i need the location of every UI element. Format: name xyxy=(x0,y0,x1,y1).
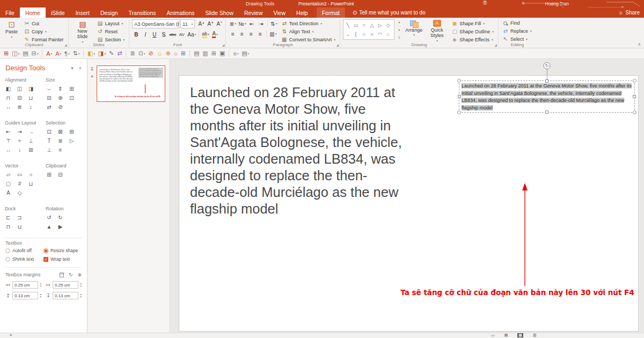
slideshow-view-icon[interactable]: ▥ xyxy=(533,333,537,337)
font-size-select[interactable]: 11 ▾ xyxy=(180,19,195,28)
bullets-button[interactable]: ≣▾ xyxy=(229,19,237,28)
tab-format[interactable]: Format xyxy=(317,8,345,18)
align-bottom-icon[interactable]: ⊔ xyxy=(27,94,34,101)
resize-handle-top-right[interactable] xyxy=(633,79,636,83)
panel-close-icon[interactable]: × xyxy=(79,65,82,71)
resize-handle-middle-right[interactable] xyxy=(633,95,636,98)
guide-left-icon[interactable]: ⇤ xyxy=(5,128,12,135)
eyedropper-icon[interactable]: ✎ xyxy=(108,49,115,58)
panel-dropdown-icon[interactable]: ▾ xyxy=(71,65,74,71)
table-cells-icon[interactable]: ⊞ xyxy=(210,49,217,58)
decrease-size-icon[interactable]: ⊟ xyxy=(46,94,53,101)
tab-view[interactable]: View xyxy=(268,8,291,18)
tab-file[interactable]: File xyxy=(0,8,20,18)
text-library-icon[interactable]: ▤ xyxy=(21,49,29,58)
table-cols-icon[interactable]: ▥ xyxy=(201,49,209,58)
select-button[interactable]: ↖ Select ▾ xyxy=(501,35,533,42)
distribute-vertical-icon[interactable]: ↕ xyxy=(27,104,34,110)
annotation-text[interactable]: Ta sẽ tăng cỡ chữ của đoạn văn bản này l… xyxy=(313,288,644,297)
red-arrow-annotation[interactable] xyxy=(516,181,533,288)
merge-cells-icon[interactable]: ▣ xyxy=(218,49,226,58)
right-margin-stepper[interactable]: ▴▾ xyxy=(80,282,82,288)
refresh-icon[interactable]: ↻ xyxy=(69,272,73,277)
share-button[interactable]: ☺ Share xyxy=(618,8,640,18)
copy-button[interactable]: ⊡ Copy ▾ xyxy=(23,28,65,35)
align-top-icon[interactable]: ⊓ xyxy=(5,94,12,101)
select-all-shapes-icon[interactable]: ⊡ xyxy=(46,128,53,135)
bold-button[interactable]: B xyxy=(132,30,140,39)
insert-shape-icon[interactable]: ⊕ xyxy=(165,49,172,58)
slide-sorter-view-icon[interactable]: ▤ xyxy=(504,333,508,337)
reading-view-icon[interactable]: ▦ xyxy=(517,333,523,337)
replace-button[interactable]: ⇄ Replace ▾ xyxy=(501,27,533,34)
align-middle-icon[interactable]: ⊟ xyxy=(16,94,23,101)
tab-review[interactable]: Review xyxy=(239,8,268,18)
dialog-launcher-icon[interactable]: ◢ xyxy=(222,43,225,47)
wrap-text-checkbox[interactable]: ✓Wrap text xyxy=(43,256,82,262)
guide-move-icon[interactable]: → xyxy=(27,128,34,135)
tab-islide[interactable]: iSlide xyxy=(46,8,70,18)
apply-all-icon[interactable]: ⊕ xyxy=(77,272,82,277)
flip-horizontal-icon[interactable]: ▶ xyxy=(57,223,64,230)
bottom-margin-input[interactable]: 0.13 cm xyxy=(53,292,78,299)
resize-handle-bottom-center[interactable] xyxy=(545,111,548,114)
slide-1-thumbnail[interactable]: Launched on 28 February 2011 at the Gene… xyxy=(97,65,165,102)
arrow-shape-icon[interactable]: → xyxy=(345,31,351,38)
slide-body-text[interactable]: Launched on 28 February 2011 at the Gene… xyxy=(190,84,407,217)
change-case-button[interactable]: Aa▾ xyxy=(187,30,196,39)
dialog-launcher-icon[interactable]: ◢ xyxy=(336,43,339,47)
columns-button[interactable]: ▥▾ xyxy=(269,30,277,38)
layout-options-icon[interactable]: ▤▾ xyxy=(240,49,250,58)
magic-layout-icon[interactable]: ⊡▾ xyxy=(137,49,147,58)
ellipse-shape-icon[interactable]: ○ xyxy=(361,21,367,29)
spin-down-icon[interactable]: ▾ xyxy=(40,296,41,298)
highlight-ring-icon[interactable]: ○ xyxy=(173,49,179,58)
increase-indent-button[interactable]: ⇥ xyxy=(257,19,265,28)
dock-right-icon[interactable]: ⊐ xyxy=(16,214,23,221)
align-center-button[interactable]: ≡ xyxy=(238,30,246,38)
resize-handle-bottom-left[interactable] xyxy=(457,111,461,114)
line-spacing-button[interactable]: ⇅▾ xyxy=(270,19,278,28)
layout-button[interactable]: ▤ Layout ▾ xyxy=(96,20,126,27)
edit-points-icon[interactable]: ◇ xyxy=(16,189,23,196)
distribute-horizontal-icon[interactable]: ↔ xyxy=(5,104,12,110)
selection-options-icon[interactable]: ≡ xyxy=(57,146,64,153)
left-margin-stepper[interactable]: ▴▾ xyxy=(40,282,41,288)
right-triangle-shape-icon[interactable]: ▷ xyxy=(377,21,383,29)
selected-textbox[interactable]: ↻ Launched on 28 February 2011 at the Ge… xyxy=(459,80,635,113)
text-to-shape-icon[interactable]: A xyxy=(5,189,12,196)
resize-shape-radio[interactable]: Resize shape xyxy=(43,248,82,253)
select-list-icon[interactable]: ≣ xyxy=(57,137,64,144)
trash-icon[interactable] xyxy=(60,273,64,277)
font-color-button[interactable]: A▾ xyxy=(211,30,219,39)
dock-left-icon[interactable]: ⊏ xyxy=(5,214,12,221)
shape-fill-button[interactable]: ◼ Shape Fill ▾ xyxy=(450,20,495,27)
dialog-launcher-icon[interactable]: ◢ xyxy=(494,43,497,47)
guide-grid-icon[interactable]: ⊞ xyxy=(27,146,34,153)
top-margin-input[interactable]: 0.13 cm xyxy=(12,292,38,299)
collapse-ribbon-icon[interactable]: ∧ xyxy=(638,42,641,47)
right-margin-input[interactable]: 0.25 cm xyxy=(53,281,78,289)
tab-design[interactable]: Design xyxy=(95,8,123,18)
decrease-indent-button[interactable]: ⇤ xyxy=(248,19,256,28)
subtract-shape-icon[interactable]: ▢ xyxy=(5,180,12,187)
tab-transitions[interactable]: Transitions xyxy=(123,8,162,18)
font-set-icon[interactable]: A▾ xyxy=(45,49,53,58)
tell-me-box[interactable]: ⊙ Tell me what you want to do xyxy=(353,8,426,18)
tab-animations[interactable]: Animations xyxy=(162,8,200,18)
guide-bottom-icon[interactable]: ⊥ xyxy=(27,137,34,144)
align-right-button[interactable]: ≡ xyxy=(247,30,255,38)
font-name-select[interactable]: A3.OpenSans-San (Bo ▾ xyxy=(132,19,179,28)
same-height-icon[interactable]: ⇕ xyxy=(57,85,64,92)
align-center-icon[interactable]: ◫ xyxy=(16,85,23,92)
new-slide-button[interactable]: ▤ New Slide ▾ xyxy=(71,19,94,44)
find-button[interactable]: Find xyxy=(501,20,533,26)
resize-handle-top-left[interactable] xyxy=(457,79,461,83)
increase-size-icon[interactable]: ⊕ xyxy=(57,94,64,101)
flip-vertical-icon[interactable]: ▲ xyxy=(46,223,53,230)
arrange-button[interactable]: Arrange ▾ xyxy=(404,19,423,38)
fragment-shape-icon[interactable]: # xyxy=(16,180,23,187)
lock-selection-icon[interactable]: ⊥ xyxy=(46,146,53,153)
shrink-text-radio[interactable]: Shrink text xyxy=(5,256,43,262)
lock-ratio-icon[interactable]: ⊘ xyxy=(57,104,64,110)
